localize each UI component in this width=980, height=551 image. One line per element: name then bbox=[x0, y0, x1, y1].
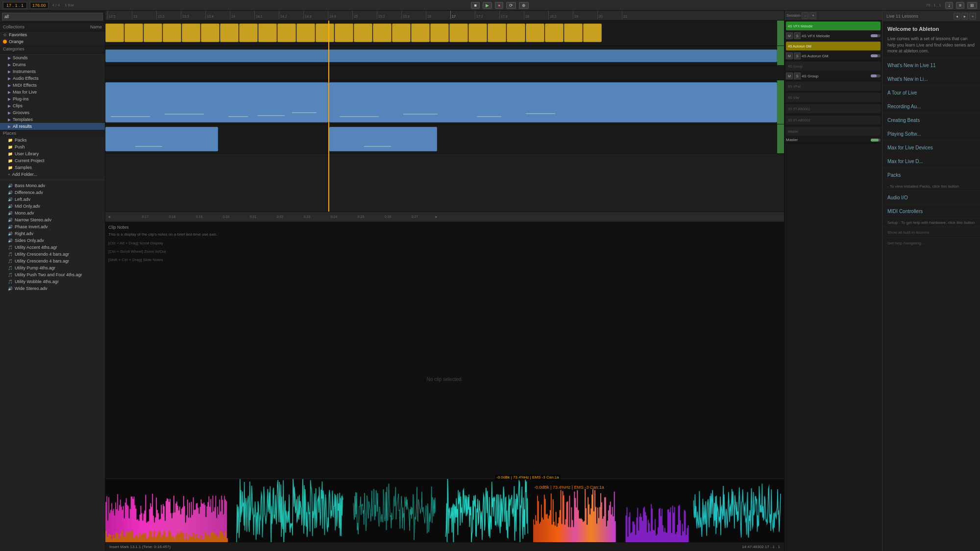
sidebar-item-midi-effects[interactable]: ▶MIDI Effects bbox=[0, 82, 105, 89]
drum-clip[interactable] bbox=[583, 24, 602, 42]
sidebar-item-plugins[interactable]: ▶Plug-ins bbox=[0, 96, 105, 102]
file-phase-invert[interactable]: 🔊Phase Invert.adv bbox=[0, 223, 105, 230]
help-link-max-1[interactable]: Max for Live Devices bbox=[882, 141, 980, 155]
help-link-audio-io[interactable]: Audio I/O bbox=[882, 191, 980, 205]
file-difference[interactable]: 🔊Difference.adv bbox=[0, 189, 105, 196]
session-clip-vfar2[interactable]: 4S Vfar bbox=[786, 93, 881, 102]
session-volume-master[interactable] bbox=[871, 139, 881, 142]
sidebar-item-packs[interactable]: 📁Packs bbox=[0, 137, 105, 144]
file-bass-mono[interactable]: 🔊Bass Mono.adv bbox=[0, 182, 105, 189]
metronome-button[interactable]: ♩ bbox=[945, 2, 953, 9]
session-volume-3[interactable] bbox=[871, 74, 881, 77]
session-solo-btn-2[interactable]: S bbox=[794, 52, 801, 59]
drum-clip[interactable] bbox=[296, 24, 315, 42]
file-utility-crescendo-2[interactable]: 🎵Utility Crescendo 4 bars.agr bbox=[0, 258, 105, 264]
file-wide-stereo[interactable]: 🔊Wide Stereo.adv bbox=[0, 285, 105, 292]
sidebar-item-audio-effects[interactable]: ▶Audio Effects bbox=[0, 75, 105, 82]
midi2-clips[interactable] bbox=[105, 124, 784, 153]
file-narrow-stereo[interactable]: 🔊Narrow Stereo.adv bbox=[0, 216, 105, 223]
sidebar-item-sounds[interactable]: ▶Sounds bbox=[0, 54, 105, 61]
help-link-playing[interactable]: Playing Softw... bbox=[882, 127, 980, 141]
session-clip-3s-2[interactable]: 3S 9T-AB0002 bbox=[786, 116, 881, 124]
session-volume-2[interactable] bbox=[871, 54, 881, 57]
sidebar-item-push[interactable]: 📁Push bbox=[0, 144, 105, 150]
help-forward-button[interactable]: ► bbox=[961, 13, 968, 20]
midi-clip-small-right[interactable] bbox=[329, 127, 437, 151]
drum-clip[interactable] bbox=[373, 24, 392, 42]
drum-clip[interactable] bbox=[335, 24, 353, 42]
drum-clip[interactable] bbox=[220, 24, 239, 42]
drum-clip[interactable] bbox=[239, 24, 258, 42]
sidebar-item-instruments[interactable]: ▶Instruments bbox=[0, 68, 105, 75]
bass-clips[interactable] bbox=[105, 46, 784, 65]
play-button[interactable]: ▶ bbox=[483, 2, 492, 9]
sidebar-item-max-for-live[interactable]: ▶Max for Live bbox=[0, 89, 105, 96]
drum-clip[interactable] bbox=[354, 24, 372, 42]
help-link-packs[interactable]: Packs bbox=[882, 168, 980, 182]
session-solo-btn-1[interactable]: S bbox=[794, 32, 801, 39]
session-clip-autorun[interactable]: 4S Autorun GM bbox=[786, 42, 881, 50]
drum-clip[interactable] bbox=[144, 24, 162, 42]
help-link-whats-new-1[interactable]: What's New in Live 11 bbox=[882, 59, 980, 72]
midi1-clips[interactable] bbox=[105, 80, 784, 124]
session-volume-1[interactable] bbox=[871, 34, 881, 37]
drum-clip[interactable] bbox=[507, 24, 525, 42]
file-utility-wobble[interactable]: 🎵Utility Wobble 4ths.agr bbox=[0, 278, 105, 285]
file-mono[interactable]: 🔊Mono.adv bbox=[0, 210, 105, 216]
synth-empty-clips[interactable] bbox=[105, 66, 784, 80]
session-clip-vfar[interactable]: 4S VFar bbox=[786, 82, 881, 91]
bass-audio-clip[interactable] bbox=[105, 49, 777, 62]
track-row-synth-empty[interactable] bbox=[105, 66, 784, 80]
session-clip-master[interactable]: Master bbox=[786, 127, 881, 136]
midi-clip-right[interactable] bbox=[329, 82, 777, 122]
drum-clip[interactable] bbox=[105, 24, 124, 42]
session-mute-btn-2[interactable]: M bbox=[786, 52, 793, 59]
file-right[interactable]: 🔊Right.adv bbox=[0, 230, 105, 237]
help-back-button[interactable]: ◄ bbox=[954, 13, 960, 20]
favorites-item[interactable]: ☆ Favorites bbox=[0, 31, 105, 38]
drum-clip[interactable] bbox=[163, 24, 181, 42]
drum-clip[interactable] bbox=[430, 24, 449, 42]
search-input[interactable] bbox=[2, 13, 103, 21]
midi-clip-small-left[interactable] bbox=[105, 127, 218, 151]
drum-clip[interactable] bbox=[526, 24, 544, 42]
session-mute-btn-3[interactable]: M bbox=[786, 72, 793, 79]
sidebar-item-drums[interactable]: ▶Drums bbox=[0, 61, 105, 68]
orange-collection[interactable]: Orange bbox=[0, 38, 105, 45]
drums-clips[interactable] bbox=[105, 21, 784, 46]
overdub-button[interactable]: ⊕ bbox=[519, 2, 529, 9]
sidebar-item-samples[interactable]: 📁Samples bbox=[0, 164, 105, 171]
bpm-display[interactable]: 176.00 bbox=[30, 2, 49, 9]
sidebar-item-clips[interactable]: ▶Clips bbox=[0, 102, 105, 109]
sidebar-item-user-library[interactable]: 📁User Library bbox=[0, 150, 105, 157]
stop-button[interactable]: ■ bbox=[471, 2, 479, 9]
file-mid-only[interactable]: 🔊Mid Only.adv bbox=[0, 203, 105, 210]
session-solo-btn-3[interactable]: S bbox=[794, 72, 801, 79]
session-mute-btn-1[interactable]: M bbox=[786, 32, 793, 39]
drum-clip[interactable] bbox=[316, 24, 334, 42]
sidebar-item-grooves[interactable]: ▶Grooves bbox=[0, 109, 105, 116]
session-clip-3s-1[interactable]: 3S 9T-AB0002 bbox=[786, 104, 881, 113]
help-link-midi[interactable]: MIDI Controllers bbox=[882, 205, 980, 218]
sidebar-item-current-project[interactable]: 📁Current Project bbox=[0, 157, 105, 164]
drum-clip[interactable] bbox=[201, 24, 220, 42]
sidebar-item-all-results[interactable]: ▶All results bbox=[0, 123, 105, 130]
file-utility-push[interactable]: 🎵Utility Push Two and Four 4ths.agr bbox=[0, 271, 105, 278]
record-button[interactable]: ● bbox=[495, 2, 503, 9]
help-nav-link[interactable]: Get help navigating... bbox=[882, 238, 980, 248]
drum-clip[interactable] bbox=[277, 24, 296, 42]
drum-clip[interactable] bbox=[124, 24, 143, 42]
session-view-button[interactable]: ⊞ bbox=[967, 2, 977, 9]
file-sides-only[interactable]: 🔊Sides Only.adv bbox=[0, 237, 105, 244]
session-close-button[interactable]: × bbox=[809, 12, 816, 19]
session-clip-group[interactable]: 4S Group bbox=[786, 62, 881, 71]
session-minimize-button[interactable]: - bbox=[802, 12, 808, 19]
drum-clip[interactable] bbox=[182, 24, 200, 42]
midi-clip-left[interactable] bbox=[105, 82, 328, 122]
sidebar-item-templates[interactable]: ▶Templates bbox=[0, 116, 105, 123]
drum-clip[interactable] bbox=[258, 24, 277, 42]
drum-clip[interactable] bbox=[449, 24, 468, 42]
drum-clip[interactable] bbox=[468, 24, 487, 42]
help-link-whats-new-2[interactable]: What's New in Li... bbox=[882, 72, 980, 86]
drum-clip[interactable] bbox=[545, 24, 564, 42]
